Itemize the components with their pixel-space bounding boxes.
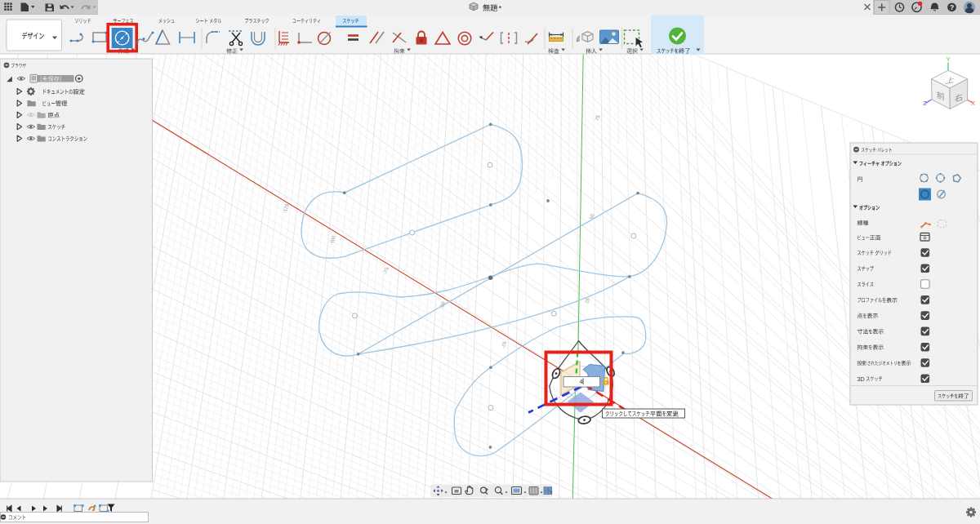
- svg-text:3D: 3D: [858, 376, 865, 382]
- svg-text:*: *: [498, 4, 501, 12]
- svg-text:Y: Y: [946, 56, 950, 63]
- svg-text:4: 4: [580, 379, 583, 384]
- svg-text:X: X: [971, 100, 975, 107]
- svg-text:Z: Z: [923, 100, 927, 107]
- svg-text:?: ?: [950, 3, 954, 11]
